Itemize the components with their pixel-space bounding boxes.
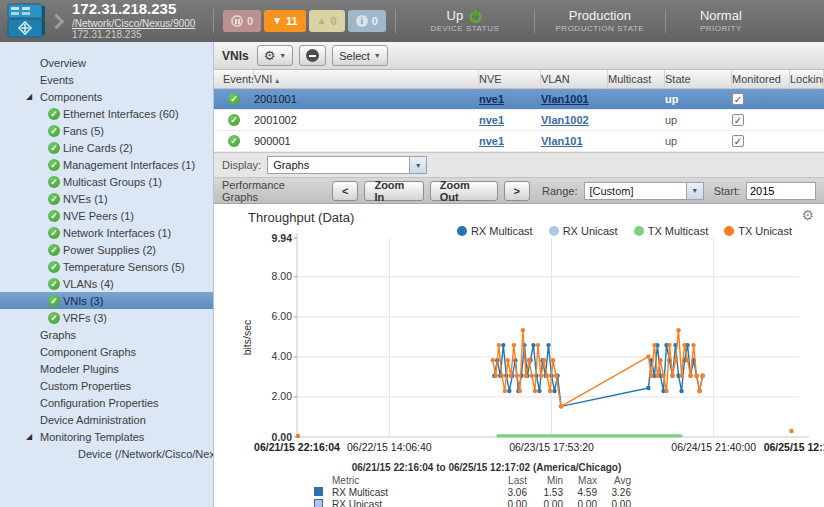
sidebar-item-component-graphs[interactable]: Component Graphs [0,343,213,360]
device-class-breadcrumb[interactable]: /Network/Cisco/Nexus/9000 [72,18,204,29]
tree-expander-icon[interactable]: ◢ [26,92,32,101]
column-header-vlan[interactable]: VLAN [541,70,608,89]
display-label: Display: [222,159,261,171]
column-header-monitored[interactable]: Monitored [732,70,790,89]
nve-link[interactable]: nve1 [479,93,504,105]
priority-block: Normal PRIORITY [675,8,767,34]
nve-link[interactable]: nve1 [479,114,504,126]
pan-right-button[interactable]: > [504,181,530,201]
monitored-cell: ✓ [732,135,790,147]
monitored-checkbox[interactable]: ✓ [732,114,744,126]
table-row[interactable]: ✓2001001nve1Vlan1001up✓ [214,89,824,110]
column-header-vni[interactable]: VNI▴ [254,70,479,89]
pause-circle-icon [231,15,243,27]
column-header-nve[interactable]: NVE [479,70,541,89]
gear-icon: ⚙ [264,48,276,63]
sidebar-item-fans-5[interactable]: ✓Fans (5) [0,122,213,139]
sidebar-item-management-interfaces-1[interactable]: ✓Management Interfaces (1) [0,156,213,173]
sidebar-item-line-cards-2[interactable]: ✓Line Cards (2) [0,139,213,156]
sidebar-item-monitoring-templates[interactable]: ◢Monitoring Templates [0,428,213,445]
sidebar-item-custom-properties[interactable]: Custom Properties [0,377,213,394]
sidebar-item-temperature-sensors-5[interactable]: ✓Temperature Sensors (5) [0,258,213,275]
status-ok-icon: ✓ [48,125,60,137]
sidebar-item-components[interactable]: ◢Components [0,88,213,105]
status-ok-icon: ✓ [48,210,60,222]
sidebar-item-label: Device Administration [40,414,146,426]
vlan-link[interactable]: Vlan101 [541,135,583,147]
svg-text:06/25/15 12:17: 06/25/15 12:17 [764,441,824,453]
status-ok-icon: ✓ [48,193,60,205]
select-button[interactable]: Select ▼ [332,45,388,66]
column-header-multicast[interactable]: Multicast [608,70,665,89]
sidebar-item-configuration-properties[interactable]: Configuration Properties [0,394,213,411]
column-header-events[interactable]: Events [214,70,254,89]
sidebar-item-nve-peers-1[interactable]: ✓NVE Peers (1) [0,207,213,224]
sidebar-item-nves-1[interactable]: ✓NVEs (1) [0,190,213,207]
status-ok-icon: ✓ [228,114,240,126]
zoom-in-button[interactable]: Zoom In [364,181,423,201]
summary-max-value: 0.00 [563,499,597,507]
summary-min-value: 0.00 [527,499,563,507]
status-ok-icon: ✓ [48,227,60,239]
status-ok-icon: ✓ [48,312,60,324]
summary-metric-name: RX Multicast [332,487,482,498]
nve-link[interactable]: nve1 [479,135,504,147]
summary-col-min: Min [527,475,563,486]
sidebar-item-vrfs-3[interactable]: ✓VRFs (3) [0,309,213,326]
component-actions-button[interactable]: ⚙ ▼ [257,45,294,66]
legend-swatch-icon [314,499,323,507]
nve-cell: nve1 [479,114,541,126]
display-select[interactable]: Graphs ▼ [267,156,427,174]
components-table-body: ✓2001001nve1Vlan1001up✓✓2001002nve1Vlan1… [214,89,824,152]
header-separator [395,9,396,33]
sidebar-item-multicast-groups-1[interactable]: ✓Multicast Groups (1) [0,173,213,190]
chart-range-text: 06/21/15 22:16:04 to 06/25/15 12:17:02 (… [314,462,659,473]
sidebar-item-network-interfaces-1[interactable]: ✓Network Interfaces (1) [0,224,213,241]
summary-last-value: 3.06 [482,487,527,498]
column-header-state[interactable]: State [665,70,732,89]
vlan-link[interactable]: Vlan1002 [541,114,589,126]
svg-text:8.00: 8.00 [272,270,293,282]
sidebar-item-label: Network Interfaces (1) [63,227,171,239]
sidebar-item-device-network-cisco-nexus-9000[interactable]: Device (/Network/Cisco/Nexus/9000) [0,445,213,462]
sidebar-item-device-administration[interactable]: Device Administration [0,411,213,428]
sidebar-item-modeler-plugins[interactable]: Modeler Plugins [0,360,213,377]
critical-count: 0 [247,15,253,27]
sidebar-item-vlans-4[interactable]: ✓VLANs (4) [0,275,213,292]
priority-value: Normal [700,8,742,24]
range-label: Range: [542,185,577,197]
chart-summary: 06/21/15 22:16:04 to 06/25/15 12:17:02 (… [314,462,659,507]
start-date-input[interactable] [746,182,816,200]
tree-expander-icon[interactable]: ◢ [26,432,32,441]
nve-cell: nve1 [479,135,541,147]
sidebar-item-graphs[interactable]: Graphs [0,326,213,343]
table-row[interactable]: ✓900001nve1Vlan101up✓ [214,131,824,152]
column-header-locking[interactable]: Locking [790,70,824,89]
range-select[interactable]: [Custom] ▼ [584,182,704,200]
monitored-checkbox[interactable]: ✓ [732,135,744,147]
svg-text:bits/sec: bits/sec [241,320,253,356]
minus-circle-icon [306,49,319,62]
sidebar-item-label: Graphs [40,329,76,341]
zoom-out-button[interactable]: Zoom Out [430,181,498,201]
sidebar-item-overview[interactable]: Overview [0,54,213,71]
range-select-value: [Custom] [590,185,634,197]
pan-left-button[interactable]: < [332,181,358,201]
error-events-badge[interactable]: ▼ 11 [264,10,306,32]
info-circle-icon: i [356,15,368,27]
sidebar-item-vnis-3[interactable]: ✓VNIs (3) [0,292,213,309]
monitored-checkbox[interactable]: ✓ [732,93,744,105]
device-icon [5,2,51,40]
sidebar-item-events[interactable]: Events [0,71,213,88]
info-events-badge[interactable]: i 0 [348,10,386,32]
sidebar-item-ethernet-interfaces-60[interactable]: ✓Ethernet Interfaces (60) [0,105,213,122]
svg-text:06/23/15 17:53:20: 06/23/15 17:53:20 [509,441,594,453]
table-row[interactable]: ✓2001002nve1Vlan1002up✓ [214,110,824,131]
sidebar-item-power-supplies-2[interactable]: ✓Power Supplies (2) [0,241,213,258]
critical-events-badge[interactable]: 0 [223,10,261,32]
sidebar-item-label: NVEs (1) [63,193,108,205]
warning-events-badge[interactable]: ▲ 0 [309,10,345,32]
vlan-link[interactable]: Vlan1001 [541,93,589,105]
delete-component-button[interactable] [299,45,326,66]
sidebar-item-label: VNIs (3) [63,295,103,307]
